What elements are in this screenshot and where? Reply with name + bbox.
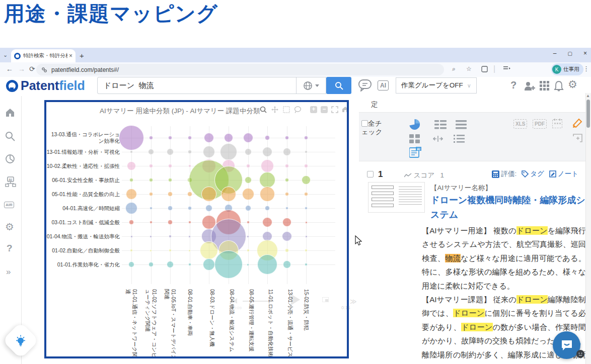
bubble-datapoint[interactable] <box>200 241 218 259</box>
bubble-datapoint[interactable] <box>305 207 308 210</box>
bubble-datapoint[interactable] <box>188 164 191 167</box>
export-xls-button[interactable]: XLS <box>513 119 527 129</box>
bubble-datapoint[interactable] <box>150 235 152 238</box>
bubble-datapoint[interactable] <box>247 249 250 252</box>
bubble-datapoint[interactable] <box>243 133 253 143</box>
patentfield-logo[interactable]: Patentfield <box>6 78 85 93</box>
checkbox-icon[interactable] <box>361 120 368 127</box>
bubble-datapoint[interactable] <box>304 192 308 196</box>
bubble-datapoint[interactable] <box>220 143 237 160</box>
bubble-datapoint[interactable] <box>169 249 172 252</box>
bubble-datapoint[interactable] <box>283 260 291 268</box>
pan-mode-icon[interactable] <box>271 106 278 113</box>
invite-user-icon[interactable] <box>524 81 536 91</box>
air-icon[interactable]: AIR <box>4 202 14 208</box>
ai-summary-view-icon[interactable]: AI <box>409 147 421 158</box>
result-title-link[interactable]: ドローン複数機同時離陸・編隊形成システム <box>430 193 589 222</box>
bubble-datapoint[interactable] <box>285 178 289 182</box>
ai-search-icon[interactable]: AI <box>378 80 389 90</box>
bubble-datapoint[interactable] <box>302 175 311 185</box>
bubble-datapoint[interactable] <box>245 176 252 184</box>
bubble-datapoint[interactable] <box>245 205 251 211</box>
bubble-datapoint[interactable] <box>119 125 144 150</box>
semantic-search-icon[interactable] <box>358 79 372 92</box>
result-checkbox[interactable] <box>367 171 374 177</box>
bubble-datapoint[interactable] <box>126 189 137 200</box>
bubble-datapoint[interactable] <box>304 164 308 168</box>
bubble-datapoint[interactable] <box>305 249 308 252</box>
grid-view-icon[interactable] <box>409 134 420 143</box>
bubble-datapoint[interactable] <box>149 164 153 168</box>
bubble-datapoint[interactable] <box>221 187 236 202</box>
bubble-datapoint[interactable] <box>265 135 270 140</box>
eval-action[interactable]: 評価: <box>492 169 516 178</box>
reset-home-icon[interactable] <box>342 106 349 113</box>
bubble-datapoint[interactable] <box>305 150 308 153</box>
tag-action[interactable]: タグ <box>522 169 544 178</box>
bubble-datapoint[interactable] <box>168 164 172 168</box>
column-width-icon[interactable] <box>432 136 444 142</box>
browser-menu-icon[interactable]: ⋮ <box>583 65 589 72</box>
bubble-datapoint[interactable] <box>150 249 152 252</box>
note-action[interactable]: ノート <box>549 169 578 178</box>
bubble-datapoint[interactable] <box>257 254 277 275</box>
export-pdf-button[interactable]: PDF <box>533 119 547 129</box>
sidebar-help-icon[interactable]: ? <box>7 243 13 254</box>
bubble-datapoint[interactable] <box>247 263 249 266</box>
box-select-icon[interactable] <box>283 106 290 113</box>
workgroup-toggle-dropdown[interactable]: 作業グループをOFF ∨ <box>396 77 477 94</box>
bubble-datapoint[interactable] <box>262 147 272 157</box>
bubble-datapoint[interactable] <box>282 231 292 241</box>
bubble-datapoint[interactable] <box>305 235 308 238</box>
zoom-in-button[interactable]: + <box>310 106 317 113</box>
search-language-dropdown[interactable] <box>296 77 326 94</box>
bubble-datapoint[interactable] <box>127 161 136 170</box>
bubble-datapoint[interactable] <box>285 248 289 252</box>
bubble-datapoint[interactable] <box>129 178 133 182</box>
autoscale-icon[interactable] <box>331 106 338 113</box>
list-view-icon[interactable] <box>456 120 467 129</box>
bubble-datapoint[interactable] <box>205 205 212 212</box>
browser-tab[interactable]: 特許検索・特許分析結果一覧 | P × <box>11 49 76 62</box>
zoom-out-button[interactable]: − <box>321 106 328 113</box>
bubble-datapoint[interactable] <box>242 188 254 200</box>
help-icon[interactable]: ? <box>510 79 516 91</box>
sidebar-expand-icon[interactable]: » <box>6 267 11 277</box>
page-zoom-icon[interactable]: ⌕ <box>452 65 456 72</box>
bubble-datapoint[interactable] <box>188 206 192 210</box>
select-all-checkbox[interactable]: 全チェック <box>361 119 388 136</box>
site-settings-icon[interactable] <box>41 67 47 73</box>
bubble-datapoint[interactable] <box>285 207 288 210</box>
bubble-datapoint[interactable] <box>282 218 291 227</box>
lasso-select-icon[interactable] <box>294 106 302 113</box>
bullet-list-icon[interactable] <box>454 135 465 143</box>
notifications-bell-icon[interactable] <box>554 80 564 92</box>
bubble-datapoint[interactable] <box>188 221 191 224</box>
window-close-button[interactable]: × <box>583 50 587 57</box>
bubble-datapoint[interactable] <box>167 261 174 268</box>
bubble-datapoint[interactable] <box>187 192 192 197</box>
calendar-icon[interactable] <box>552 119 562 128</box>
bubble-datapoint[interactable] <box>125 202 137 214</box>
scrollbar-up-icon[interactable]: ▲ <box>586 94 590 98</box>
bookmark-star-icon[interactable]: ☆ <box>466 65 472 72</box>
bubble-datapoint[interactable] <box>283 148 291 156</box>
settings-gear-icon[interactable]: ⚙ <box>568 78 577 90</box>
bubble-datapoint[interactable] <box>259 172 275 188</box>
bubble-datapoint[interactable] <box>150 221 153 224</box>
reading-list-icon[interactable] <box>503 66 510 72</box>
browser-profile-button[interactable]: K 仕事用 <box>551 63 583 75</box>
window-minimize-button[interactable]: – <box>553 50 557 57</box>
bubble-datapoint[interactable] <box>265 206 270 211</box>
bubble-datapoint[interactable] <box>285 136 289 140</box>
scrollbar-thumb[interactable] <box>586 100 590 128</box>
bubble-datapoint[interactable] <box>148 149 154 155</box>
sidebar-settings-icon[interactable]: ⚙ <box>5 221 14 233</box>
search-nav-icon[interactable] <box>5 131 15 141</box>
bubble-datapoint[interactable] <box>247 221 250 224</box>
bubble-datapoint[interactable] <box>201 187 216 202</box>
patent-thumbnail[interactable] <box>368 182 425 213</box>
bubble-datapoint[interactable] <box>169 235 172 238</box>
bubble-datapoint[interactable] <box>304 136 308 140</box>
new-tab-button[interactable]: + <box>80 51 84 60</box>
